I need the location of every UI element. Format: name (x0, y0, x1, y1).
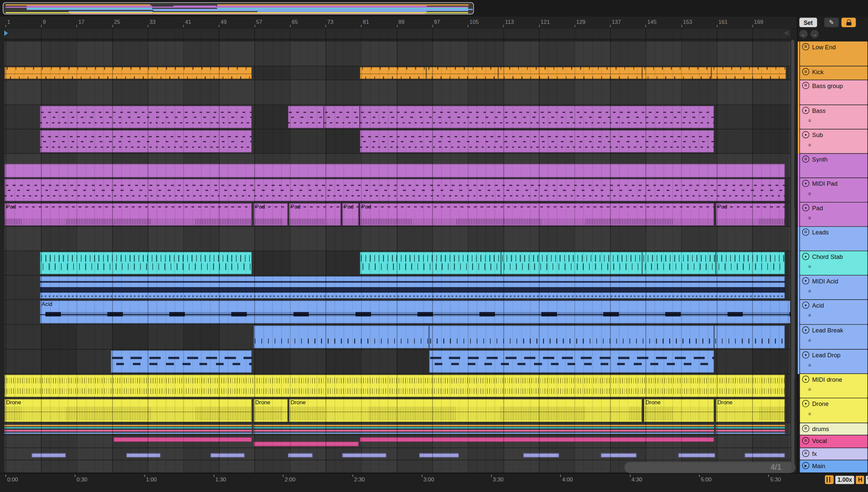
group-fold-icon[interactable]: ≡ (802, 82, 810, 89)
unfold-icon[interactable]: ▼ (802, 400, 810, 407)
track-header-lead-drop[interactable]: ▼Lead Drop≡ (800, 350, 867, 373)
clip-drone[interactable]: Drone (4, 399, 252, 422)
clip-sub[interactable] (40, 130, 252, 153)
lane-kick[interactable] (4, 67, 791, 80)
clip-pad[interactable]: Pad (289, 203, 341, 226)
clip-slot-icon[interactable]: ≡ (808, 119, 811, 123)
clip-drone[interactable]: Drone (715, 399, 785, 422)
zoom-level[interactable]: 1.00x (835, 475, 854, 484)
clip-lead-break[interactable] (429, 325, 714, 349)
clip-fx[interactable] (419, 453, 459, 457)
track-header-leads[interactable]: ≡Leads (800, 227, 867, 251)
lane-midi-acid[interactable] (4, 275, 791, 300)
lane-leads[interactable] (4, 227, 791, 251)
unfold-icon[interactable]: ▼ (802, 180, 810, 187)
track-header-bass-group[interactable]: ≡Bass group (800, 80, 867, 105)
vertical-scrollbar[interactable] (791, 40, 794, 471)
track-header-midi-acid[interactable]: ▼MIDI Acid≡ (800, 275, 867, 299)
clip-fx[interactable] (126, 453, 161, 457)
unfold-icon[interactable]: ▼ (802, 302, 810, 309)
lane-pad[interactable]: PadPadPadPadPadPad (4, 203, 791, 227)
clip-vocal[interactable] (114, 437, 252, 442)
clip-chord-stab[interactable] (501, 252, 642, 274)
arrangement-grid[interactable]: PadPadPadPadPadPadAcidDroneDroneDroneDro… (4, 0, 791, 473)
clip-slot-icon[interactable]: ≡ (808, 387, 811, 392)
track-header-synth[interactable]: ≡Synth (800, 154, 867, 178)
clip-fx[interactable] (342, 453, 386, 457)
clip-pad[interactable]: Pad (715, 203, 785, 226)
unfold-icon[interactable]: ▼ (802, 277, 810, 285)
clip-fx[interactable] (210, 453, 245, 457)
lane-bass-group[interactable] (4, 80, 791, 105)
clip-kick[interactable] (711, 67, 786, 79)
clip-slot-icon[interactable]: ≡ (808, 313, 811, 318)
track-header-sub[interactable]: ▼Sub≡ (800, 129, 867, 153)
clip-bass[interactable] (288, 106, 324, 128)
group-fold-icon[interactable]: ≡ (802, 156, 810, 163)
clip-fx[interactable] (523, 453, 559, 457)
clip-drums[interactable] (4, 424, 252, 435)
lane-low-end[interactable] (4, 41, 791, 66)
clip-drone[interactable]: Drone (254, 399, 288, 422)
track-header-midi-drone[interactable]: ▼MIDI drone≡ (800, 374, 867, 398)
group-fold-icon[interactable]: ≡ (802, 43, 810, 50)
track-header-midi-pad[interactable]: ▼MIDI Pad≡ (800, 178, 867, 202)
track-header-lead-break[interactable]: ▼Lead Break≡ (800, 325, 867, 349)
clip-kick[interactable] (360, 67, 426, 79)
clip-synth[interactable] (4, 164, 785, 178)
group-fold-icon[interactable]: ≡ (802, 228, 810, 236)
clip-fx[interactable] (31, 453, 66, 457)
lane-fx[interactable] (4, 448, 791, 460)
clip-vocal[interactable] (360, 437, 714, 442)
clip-slot-icon[interactable]: ≡ (808, 412, 811, 417)
clip-fx[interactable] (745, 453, 785, 457)
time-ruler[interactable]: 0:000:301:001:302:002:303:003:304:004:30… (4, 473, 795, 486)
set-button[interactable]: Set (799, 18, 817, 27)
lane-chord-stab[interactable] (4, 251, 791, 276)
track-header-drums[interactable]: ≡drums (800, 423, 867, 435)
unfold-icon[interactable]: ▼ (802, 376, 810, 383)
lane-lead-drop[interactable] (4, 350, 791, 374)
clip-pad[interactable]: Pad (254, 203, 288, 226)
lane-sub[interactable] (4, 129, 791, 154)
unfold-icon[interactable]: ▼ (802, 106, 810, 114)
clip-pad[interactable]: Pad (342, 203, 359, 226)
clip-lead-drop[interactable] (111, 350, 252, 373)
clip-drums[interactable] (715, 424, 785, 435)
clip-slot-icon[interactable]: ≡ (808, 338, 811, 343)
forward-icon[interactable]: → (811, 30, 819, 38)
clip-fx[interactable] (601, 453, 637, 457)
clip-pad[interactable]: Pad (360, 203, 714, 226)
back-icon[interactable]: ← (799, 30, 808, 38)
track-header-acid[interactable]: ▼Acid≡ (800, 300, 867, 324)
clip-slot-icon[interactable]: ≡ (808, 289, 811, 294)
clip-midi-drone[interactable] (4, 374, 785, 397)
clip-fx[interactable] (288, 453, 313, 457)
group-fold-icon[interactable]: ≡ (802, 425, 810, 432)
track-header-main[interactable]: ▶Main (800, 460, 867, 472)
clip-kick[interactable] (642, 67, 711, 79)
clip-drone[interactable]: Drone (644, 399, 714, 422)
clip-bass[interactable] (360, 106, 714, 128)
track-header-pad[interactable]: ▼Pad≡ (800, 203, 867, 226)
level-meter-icon[interactable] (825, 475, 834, 484)
clip-bass[interactable] (324, 106, 360, 128)
clip-lead-break[interactable] (254, 325, 429, 349)
track-header-fx[interactable]: ≡fx (800, 448, 867, 460)
unfold-icon[interactable]: ▼ (802, 204, 810, 212)
clip-kick[interactable] (426, 67, 498, 79)
clip-drone[interactable]: Drone (289, 399, 642, 422)
clip-chord-stab[interactable] (642, 252, 715, 274)
clip-chord-stab[interactable] (40, 252, 252, 274)
clip-kick[interactable] (4, 67, 252, 79)
height-zoom-button[interactable]: H (856, 475, 864, 484)
clip-chord-stab[interactable] (715, 252, 785, 274)
lane-vocal[interactable] (4, 435, 791, 448)
clip-midi-pad[interactable] (4, 179, 785, 202)
clip-sub[interactable] (360, 130, 714, 153)
group-fold-icon[interactable]: ≡ (802, 68, 810, 75)
unfold-icon[interactable]: ▼ (802, 326, 810, 334)
horizontal-scrollbar[interactable] (625, 462, 795, 473)
clip-fx[interactable] (678, 453, 715, 457)
clip-drums[interactable] (254, 424, 360, 435)
